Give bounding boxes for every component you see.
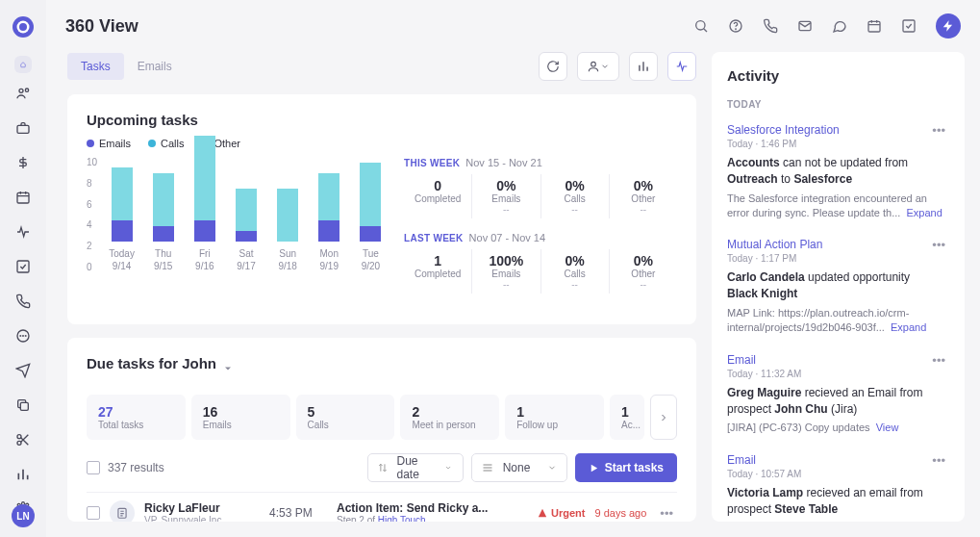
category-pill[interactable]: 1Follow up [505,395,604,440]
activity-button[interactable] [667,52,696,81]
stat-cell: 100%Emails-- [471,249,540,294]
svg-rect-21 [903,20,915,32]
expand-link[interactable]: Expand [891,321,926,333]
filter-select[interactable]: None [471,453,567,482]
category-pill[interactable]: 5Calls [296,395,395,440]
svg-rect-20 [868,21,880,32]
search-icon[interactable] [693,18,709,34]
feed-source[interactable]: Email [727,353,801,367]
nav-briefcase-icon[interactable] [14,119,32,137]
row-menu-button[interactable]: ••• [656,506,677,521]
person-filter-button[interactable] [577,52,619,81]
view-tabs: Tasks Emails [67,53,186,80]
category-pill[interactable]: 27Total tasks [87,395,186,440]
pill-next-button[interactable] [650,395,677,440]
upcoming-tasks-card: Upcoming tasks EmailsCallsOther 1086420 … [67,94,696,324]
svg-point-16 [696,21,705,30]
nav-dollar-icon[interactable] [14,154,32,171]
stat-cell: 0%Calls-- [540,174,609,218]
svg-rect-7 [17,261,29,272]
sort-select[interactable]: Due date [367,453,464,482]
chart-button[interactable] [629,52,658,81]
chart-bar: Fri9/16 [190,136,218,272]
mail-icon[interactable] [797,18,813,34]
user-avatar[interactable]: LN [12,504,35,527]
feed-menu-button[interactable]: ••• [928,353,949,368]
help-icon[interactable] [728,18,743,34]
svg-point-4 [25,89,28,91]
feed-source[interactable]: Salesforce Integration [727,123,840,137]
nav-chat-icon[interactable] [14,327,32,345]
stat-cell: 0%Emails-- [471,174,540,218]
start-tasks-button[interactable]: Start tasks [575,453,677,482]
nav-scissors-icon[interactable] [14,431,32,448]
this-week-label: THIS WEEK [404,158,460,168]
nav-sidebar: LN [0,0,46,537]
topbar-calendar-icon[interactable] [867,18,882,34]
svg-point-2 [19,23,27,31]
category-pill[interactable]: 1Ac... [610,395,644,440]
activity-card: Activity TODAY Salesforce Integration To… [712,52,965,522]
results-count: 337 results [87,461,164,474]
chart-bar: Mon9/19 [315,173,343,273]
expand-link[interactable]: View [876,422,899,433]
nav-copy-icon[interactable] [14,396,32,414]
chart-bar: Sat9/17 [232,189,260,272]
legend-item: Emails [87,138,131,149]
chevron-down-icon[interactable] [222,363,234,374]
tab-tasks[interactable]: Tasks [67,53,124,80]
chart-bar: Tue9/20 [357,163,385,273]
message-icon[interactable] [832,18,847,34]
nav-people-icon[interactable] [14,85,32,102]
task-icon[interactable] [901,18,917,34]
row-checkbox[interactable] [87,506,100,520]
feed-source[interactable]: Email [727,453,801,467]
feed-menu-button[interactable]: ••• [928,453,949,468]
feed-source[interactable]: Mutual Action Plan [727,238,822,251]
stat-cell: 0%Other-- [609,249,677,294]
nav-calendar-icon[interactable] [14,189,32,206]
task-row[interactable]: Ricky LaFleurVP, Sunnyvale Inc 4:53 PM A… [87,492,677,522]
category-pill[interactable]: 16Emails [191,395,290,440]
svg-point-22 [591,62,596,66]
stat-cell: 0%Calls-- [540,249,609,294]
chart-bar: Today9/14 [108,167,136,272]
activity-item: Salesforce Integration Today · 1:46 PM •… [727,123,949,220]
svg-point-9 [20,336,21,337]
refresh-button[interactable] [539,52,567,81]
svg-rect-6 [17,192,29,203]
svg-rect-5 [17,125,29,133]
due-tasks-card: Due tasks for John 27Total tasks16Emails… [67,338,696,522]
tab-emails[interactable]: Emails [124,53,186,80]
chart-bar: Sun9/18 [274,189,302,272]
svg-point-11 [25,336,26,337]
page-title: 360 View [65,16,138,37]
activity-item: Mutual Action Plan Today · 1:17 PM ••• C… [727,238,949,335]
topbar-phone-icon[interactable] [763,18,778,34]
svg-point-18 [736,29,737,30]
nav-phone-icon[interactable] [14,293,32,310]
select-all-checkbox[interactable] [87,461,100,474]
bolt-button[interactable] [936,13,961,38]
nav-pulse-icon[interactable] [14,223,32,241]
expand-link[interactable]: Expand [907,207,942,218]
chart-bar: Thu9/15 [149,173,177,273]
nav-chart-icon[interactable] [14,466,32,483]
topbar: 360 View [46,0,980,52]
svg-point-3 [19,89,23,92]
category-pill[interactable]: 2Meet in person [400,395,499,440]
stat-cell: 0Completed [404,174,471,218]
feed-menu-button[interactable]: ••• [928,238,949,252]
svg-point-10 [23,336,24,337]
last-week-label: LAST WEEK [404,233,464,243]
stat-cell: 1Completed [404,249,471,294]
nav-home-icon[interactable] [14,56,32,73]
due-title: Due tasks for John [87,355,216,371]
feed-menu-button[interactable]: ••• [928,123,949,138]
nav-send-icon[interactable] [14,362,32,379]
last-week-range: Nov 07 - Nov 14 [469,232,545,243]
urgent-badge: Urgent [538,507,585,519]
nav-check-icon[interactable] [14,258,32,275]
upcoming-title: Upcoming tasks [87,112,677,128]
activity-item: Email Today · 11:32 AM ••• Greg Maguire … [727,353,949,436]
